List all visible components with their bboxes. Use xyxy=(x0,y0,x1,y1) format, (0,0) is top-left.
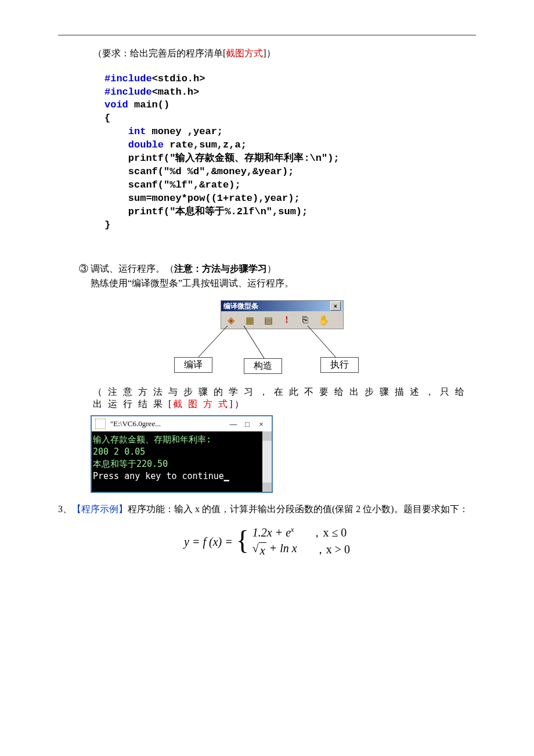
text: Press any key to continue xyxy=(93,471,224,481)
code-token: #include xyxy=(104,87,152,98)
code-token: double xyxy=(104,139,164,150)
sqrt-icon: √x xyxy=(252,541,266,559)
case-expr: √x + ln x xyxy=(252,541,297,559)
code-token: int xyxy=(104,126,146,137)
svg-line-1 xyxy=(244,326,264,358)
console-titlebar: "E:\VC6.0gree... — □ × xyxy=(92,416,272,431)
callout-build: 构造 xyxy=(244,358,282,374)
code-token: { xyxy=(104,113,110,124)
code-token: printf("输入存款金额、存期和年利率:\n"); xyxy=(104,153,340,164)
callout-compile: 编译 xyxy=(174,357,212,373)
case-row: 1.2x + ex ，x ≤ 0 xyxy=(252,525,350,541)
console-line: 200 2 0.05 xyxy=(93,446,268,458)
run-icon[interactable]: ⎘ xyxy=(299,314,312,326)
text: 1.2x + e xyxy=(252,526,291,539)
text-bold: 注意：方法与步骤学习 xyxy=(174,264,267,273)
case-row: √x + ln x ，x > 0 xyxy=(252,541,350,559)
text: （要求：给出完善后的程序清单[ xyxy=(93,48,226,58)
step3-heading: ③ 调试、运行程序。（注意：方法与步骤学习） xyxy=(79,261,476,276)
code-token: #include xyxy=(104,73,152,84)
superscript: x xyxy=(291,526,294,534)
cursor-icon: ▁ xyxy=(224,471,229,481)
highlight-text: 截 图 方 式 xyxy=(173,399,229,409)
text: ） xyxy=(267,264,276,273)
case-cond: ，x > 0 xyxy=(315,542,350,557)
highlight-text: 截图方式 xyxy=(226,48,263,58)
compile-toolbar: 编译微型条 × ◈ ▦ ▤ ! ⎘ ✋ xyxy=(221,300,344,329)
rebuild-icon[interactable]: ▤ xyxy=(262,314,275,326)
scrollbar[interactable] xyxy=(262,431,272,492)
maximize-icon[interactable]: □ xyxy=(240,420,254,429)
text: ]） xyxy=(263,48,275,58)
callout-run: 执行 xyxy=(320,357,359,373)
code-token: printf("本息和等于%.2lf\n",sum); xyxy=(104,206,308,217)
equation-cases: 1.2x + ex ，x ≤ 0 √x + ln x ，x > 0 xyxy=(252,525,350,559)
case-cond: ，x ≤ 0 xyxy=(311,525,347,541)
equation-lhs: y = f (x) = xyxy=(184,535,233,549)
console-title-text: "E:\VC6.0gree... xyxy=(110,419,161,429)
minimize-icon[interactable]: — xyxy=(226,420,240,429)
piecewise-equation: y = f (x) = { 1.2x + ex ，x ≤ 0 √x + ln x… xyxy=(58,525,476,559)
code-token: rate,sum,z,a; xyxy=(164,139,247,150)
toolbar-body: ◈ ▦ ▤ ! ⎘ ✋ xyxy=(221,311,343,329)
svg-line-2 xyxy=(308,326,337,358)
text: + ln x xyxy=(266,542,297,555)
text: （ 注 意 方 法 与 步 骤 的 学 习 ， 在 此 不 要 给 出 步 骤 … xyxy=(93,387,466,409)
toolbar-figure: 编译微型条 × ◈ ▦ ▤ ! ⎘ ✋ 编译 构造 执行 xyxy=(174,300,360,376)
text: 程序功能：输入 x 的值，计算并输出分段函数的值(保留 2 位小数)。题目要求如… xyxy=(128,504,468,514)
case-expr: 1.2x + ex xyxy=(252,525,294,541)
document-page: （要求：给出完善后的程序清单[截图方式]） #include<stdio.h> … xyxy=(0,0,534,756)
problem-3: 3、【程序示例】程序功能：输入 x 的值，计算并输出分段函数的值(保留 2 位小… xyxy=(58,501,476,517)
horizontal-rule xyxy=(58,35,476,35)
console-line: 输入存款金额、存期和年利率: xyxy=(93,434,268,446)
debug-icon[interactable]: ✋ xyxy=(317,314,330,326)
compile-icon[interactable]: ◈ xyxy=(225,314,237,326)
svg-line-0 xyxy=(197,326,228,358)
console-output: 输入存款金额、存期和年利率: 200 2 0.05 本息和等于220.50 Pr… xyxy=(92,431,272,492)
code-token: scanf("%lf",&rate); xyxy=(104,179,241,190)
text: 3、 xyxy=(58,504,72,514)
code-token: void xyxy=(104,99,128,110)
stop-build-icon[interactable]: ! xyxy=(280,314,293,326)
close-icon[interactable]: × xyxy=(254,420,268,429)
text: x xyxy=(259,542,266,559)
toolbar-titlebar: 编译微型条 × xyxy=(221,301,343,311)
console-line: Press any key to continue▁ xyxy=(93,470,268,483)
build-icon[interactable]: ▦ xyxy=(243,314,256,326)
toolbar-title-text: 编译微型条 xyxy=(223,301,258,311)
console-line: 本息和等于220.50 xyxy=(93,458,268,470)
code-token: main() xyxy=(128,99,169,110)
code-listing: #include<stdio.h> #include<math.h> void … xyxy=(104,73,476,232)
console-window: "E:\VC6.0gree... — □ × 输入存款金额、存期和年利率: 20… xyxy=(91,415,273,493)
code-token: sum=money*pow((1+rate),year); xyxy=(104,193,300,204)
requirement-line: （要求：给出完善后的程序清单[截图方式]） xyxy=(93,46,476,61)
step3-desc: 熟练使用“编译微型条”工具按钮调试、运行程序。 xyxy=(91,276,476,291)
code-token: <math.h> xyxy=(152,87,200,98)
code-token: <stdio.h> xyxy=(152,73,205,84)
tag-text: 【程序示例】 xyxy=(72,504,128,514)
app-icon xyxy=(95,419,106,429)
text: ]） xyxy=(229,399,245,409)
code-token: } xyxy=(104,219,110,231)
note-line: （ 注 意 方 法 与 步 骤 的 学 习 ， 在 此 不 要 给 出 步 骤 … xyxy=(93,386,476,411)
text: ③ 调试、运行程序。（ xyxy=(79,264,174,273)
left-brace-icon: { xyxy=(236,529,249,552)
code-token: scanf("%d %d",&money,&year); xyxy=(104,166,294,177)
close-icon[interactable]: × xyxy=(330,301,341,311)
code-token: money ,year; xyxy=(146,126,223,137)
